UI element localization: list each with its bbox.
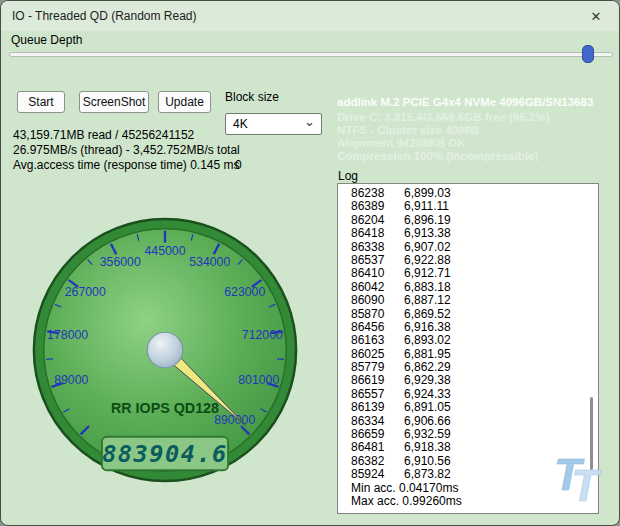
gauge-tick-label: 712000 xyxy=(242,328,283,342)
log-row: 864106,912.71 xyxy=(338,267,598,280)
log-cell: 6,907.02 xyxy=(404,241,451,254)
log-cell: 86042 xyxy=(351,281,404,294)
log-cell: 86537 xyxy=(351,254,404,267)
log-row: 866596,932.59 xyxy=(338,428,598,441)
log-cell: 6,869.52 xyxy=(404,308,451,321)
log-row: 860256,881.95 xyxy=(338,348,598,361)
gauge-tick-label: 534000 xyxy=(189,255,230,269)
gauge-hub xyxy=(147,332,182,367)
log-cell: 86025 xyxy=(351,348,404,361)
screenshot-button[interactable]: ScreenShot xyxy=(79,91,149,113)
log-row: 865376,922.88 xyxy=(338,254,598,267)
log-cell: 86619 xyxy=(351,374,404,387)
log-row: 860906,887.12 xyxy=(338,294,598,307)
log-cell: 86389 xyxy=(351,200,404,213)
log-cell: 85924 xyxy=(351,468,404,481)
log-cell: 6,873.82 xyxy=(404,468,451,481)
chevron-down-icon: ⌄ xyxy=(304,114,315,129)
log-row: 860426,883.18 xyxy=(338,281,598,294)
compression-label: Compression 100% (Incompressible) xyxy=(337,150,538,162)
log-label: Log xyxy=(338,169,358,183)
log-row: 862046,896.19 xyxy=(338,214,598,227)
drive-capacity-label: Drive C: 3,815.4/3,669.6GB free (96.2%) xyxy=(337,111,549,123)
log-row: 861396,891.05 xyxy=(338,401,598,414)
log-cell: 6,893.02 xyxy=(404,334,451,347)
gauge-minor-tick xyxy=(277,359,284,360)
log-cell: 86481 xyxy=(351,441,404,454)
log-cell: 6,911.11 xyxy=(404,200,449,213)
log-row: 863386,907.02 xyxy=(338,241,598,254)
log-cell: 85870 xyxy=(351,308,404,321)
log-cell: 6,862.29 xyxy=(404,361,451,374)
gauge-minor-tick xyxy=(46,359,53,360)
window-title: IO - Threaded QD (Random Read) xyxy=(12,9,197,23)
log-cell: 6,924.33 xyxy=(404,388,451,401)
close-button[interactable]: ✕ xyxy=(573,1,619,31)
tweaktown-logo: T T xyxy=(552,444,610,508)
log-row: 857796,862.29 xyxy=(338,361,598,374)
slider-thumb[interactable] xyxy=(582,45,594,63)
log-cell: 6,906.66 xyxy=(404,415,451,428)
log-cell: 6,916.38 xyxy=(404,321,451,334)
access-time-stat: Avg.access time (response time) 0.145 ms xyxy=(13,158,240,172)
log-cell: 86557 xyxy=(351,388,404,401)
log-cell: 6,881.95 xyxy=(404,348,451,361)
app-window: IO - Threaded QD (Random Read) ✕ Queue D… xyxy=(0,0,620,526)
log-cell: 86410 xyxy=(351,267,404,280)
log-cell: 86382 xyxy=(351,455,404,468)
slider-groove[interactable] xyxy=(9,52,613,57)
log-cell: 6,910.56 xyxy=(404,455,451,468)
log-cell: 86090 xyxy=(351,294,404,307)
close-icon: ✕ xyxy=(591,9,602,24)
drive-model-label: addlink M.2 PCIE G4x4 NVMe 4096GB/SN1368… xyxy=(337,96,593,108)
log-cell: 86238 xyxy=(351,187,404,200)
iops-gauge: RR IOPS QD128 89000178000267000356000445… xyxy=(27,212,303,488)
log-cell: 86456 xyxy=(351,321,404,334)
log-row: 865576,924.33 xyxy=(338,388,598,401)
log-cell: 6,896.19 xyxy=(404,214,451,227)
gauge-tick-label: 801000 xyxy=(238,373,279,387)
log-row: 866196,929.38 xyxy=(338,374,598,387)
log-cell: 6,913.38 xyxy=(404,227,451,240)
block-size-value: 4K xyxy=(233,117,248,131)
alignment-label: Alignment 94208KB OK xyxy=(337,137,465,149)
tweaktown-logo-front-t: T xyxy=(571,461,602,508)
log-cell: 86204 xyxy=(351,214,404,227)
log-row: 863346,906.66 xyxy=(338,415,598,428)
bytes-read-stat: 43,159.71MB read / 45256241152 xyxy=(13,128,194,142)
queue-depth-slider[interactable] xyxy=(9,45,613,63)
gauge-value-display: 883904.6 xyxy=(102,440,228,468)
log-row: 864186,913.38 xyxy=(338,227,598,240)
gauge-caption: RR IOPS QD128 xyxy=(111,400,219,416)
counter-value: 0 xyxy=(235,158,242,172)
gauge-tick-label: 445000 xyxy=(144,244,185,258)
block-size-select[interactable]: 4K ⌄ xyxy=(225,113,322,135)
log-cell: 6,899.03 xyxy=(404,187,451,200)
log-cell: Max acc. 0.99260ms xyxy=(351,495,462,508)
gauge-tick-label: 623000 xyxy=(224,285,265,299)
log-cell: 86163 xyxy=(351,334,404,347)
log-cell: 6,887.12 xyxy=(404,294,451,307)
log-cell: Min acc. 0.04170ms xyxy=(351,482,458,495)
log-cell: 6,929.38 xyxy=(404,374,451,387)
log-cell: 6,883.18 xyxy=(404,281,451,294)
log-row: 858706,869.52 xyxy=(338,308,598,321)
gauge-tick-label: 267000 xyxy=(65,285,106,299)
log-cell: 6,912.71 xyxy=(404,267,451,280)
log-row: 864566,916.38 xyxy=(338,321,598,334)
start-button[interactable]: Start xyxy=(17,91,65,113)
log-cell: 86418 xyxy=(351,227,404,240)
log-row: 862386,899.03 xyxy=(338,187,598,200)
log-cell: 6,891.05 xyxy=(404,401,451,414)
log-cell: 86338 xyxy=(351,241,404,254)
log-cell: 6,932.59 xyxy=(404,428,451,441)
log-cell: 6,918.38 xyxy=(404,441,451,454)
log-cell: 6,922.88 xyxy=(404,254,451,267)
update-button[interactable]: Update xyxy=(158,91,211,113)
log-cell: 85779 xyxy=(351,361,404,374)
log-cell: 86139 xyxy=(351,401,404,414)
log-row: 861636,893.02 xyxy=(338,334,598,347)
log-cell: 86334 xyxy=(351,415,404,428)
block-size-label: Block size xyxy=(225,90,279,104)
title-bar: IO - Threaded QD (Random Read) ✕ xyxy=(1,1,619,31)
